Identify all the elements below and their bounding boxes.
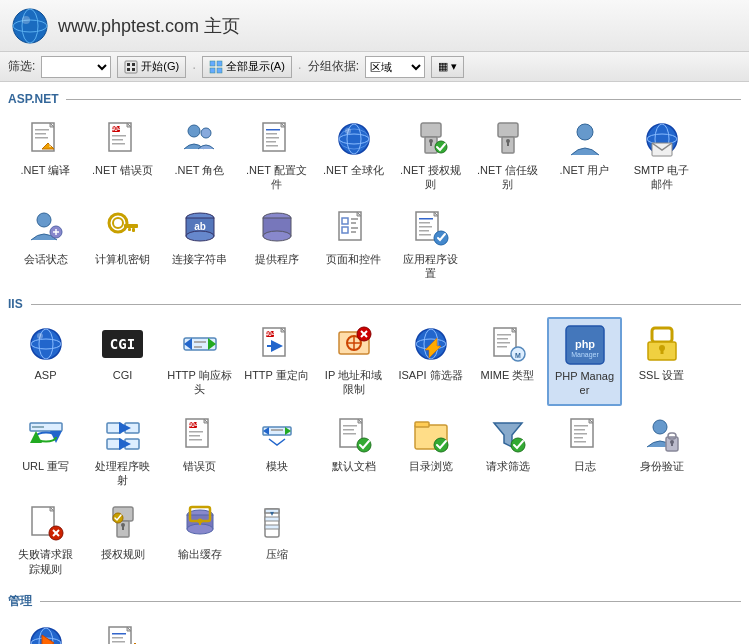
php-manager-label: PHP Manager	[553, 369, 616, 398]
net-auth-icon	[411, 119, 451, 159]
svg-rect-130	[107, 439, 121, 449]
item-mime[interactable]: M MIME 类型	[470, 317, 545, 406]
item-config-editor[interactable]: 配置编辑器	[85, 616, 160, 644]
url-rewrite-icon	[26, 415, 66, 455]
svg-rect-85	[419, 234, 431, 236]
item-net-trust[interactable]: .NET 信任级别	[470, 112, 545, 199]
item-log[interactable]: 日志	[547, 408, 622, 495]
svg-rect-12	[217, 68, 222, 73]
svg-rect-158	[574, 437, 583, 439]
svg-rect-84	[419, 230, 429, 232]
item-dir-browse[interactable]: 目录浏览	[393, 408, 468, 495]
item-provider[interactable]: 提供程序	[239, 201, 314, 288]
session-icon	[26, 208, 66, 248]
item-net-role[interactable]: .NET 角色	[162, 112, 237, 199]
item-conn-string[interactable]: ab 连接字符串	[162, 201, 237, 288]
svg-rect-31	[266, 129, 280, 131]
output-cache-icon	[180, 503, 220, 543]
svg-rect-24	[112, 135, 126, 137]
item-app-settings[interactable]: 应用程序设置	[393, 201, 468, 288]
toolbar: 筛选: 开始(G) · 全部显示(A) · 分组依据: 区域 ▦▾	[0, 52, 749, 82]
isapi-label: ISAPI 筛选器	[398, 368, 462, 382]
svg-rect-192	[112, 633, 126, 635]
item-fail-req[interactable]: 失败请求跟踪规则	[8, 496, 83, 583]
section-manage-line	[40, 601, 741, 602]
item-auth[interactable]: 身份验证	[624, 408, 699, 495]
svg-rect-138	[189, 439, 202, 441]
provider-label: 提供程序	[255, 252, 299, 266]
item-net-compile[interactable]: ! .NET 编译	[8, 112, 83, 199]
svg-rect-7	[127, 68, 130, 71]
separator: ·	[192, 59, 196, 75]
item-net-global[interactable]: .NET 全球化	[316, 112, 391, 199]
item-handler-map[interactable]: 处理程序映射	[85, 408, 160, 495]
aspnet-grid: ! .NET 编译 404 .NET 错误页	[8, 108, 741, 291]
http-response-icon	[180, 324, 220, 364]
svg-point-55	[37, 213, 51, 227]
svg-rect-113	[497, 334, 511, 336]
view-toggle-button[interactable]: ▦▾	[431, 56, 464, 78]
cgi-label: CGI	[113, 368, 133, 382]
svg-text:php: php	[574, 338, 594, 350]
compress-icon: ▾	[257, 503, 297, 543]
svg-rect-41	[421, 123, 441, 137]
show-all-button[interactable]: 全部显示(A)	[202, 56, 292, 78]
svg-rect-77	[351, 227, 358, 229]
item-net-user[interactable]: .NET 用户	[547, 112, 622, 199]
item-default-doc[interactable]: 默认文档	[316, 408, 391, 495]
item-smtp[interactable]: SMTP 电子邮件	[624, 112, 699, 199]
item-net-error[interactable]: 404 .NET 错误页	[85, 112, 160, 199]
item-ip-domain[interactable]: IP 地址和域限制	[316, 317, 391, 406]
cgi-icon: CGI	[103, 324, 143, 364]
svg-rect-94	[194, 341, 206, 343]
item-http-response[interactable]: HTTP 响应标头	[162, 317, 237, 406]
item-modules[interactable]: 模块	[239, 408, 314, 495]
svg-rect-76	[351, 222, 356, 224]
item-compress[interactable]: ▾ 压缩	[239, 496, 314, 583]
svg-rect-127	[32, 426, 44, 428]
svg-rect-157	[574, 433, 587, 435]
svg-point-27	[188, 125, 200, 137]
mime-icon: M	[488, 324, 528, 364]
item-cgi[interactable]: CGI CGI	[85, 317, 160, 406]
fail-req-label: 失败请求跟踪规则	[13, 547, 78, 576]
item-isapi[interactable]: ISAPI 筛选器	[393, 317, 468, 406]
svg-rect-136	[189, 431, 203, 433]
request-filter-icon	[488, 415, 528, 455]
item-request-filter[interactable]: 请求筛选	[470, 408, 545, 495]
item-page-control[interactable]: 页面和控件	[316, 201, 391, 288]
start-button[interactable]: 开始(G)	[117, 56, 186, 78]
item-machine-key[interactable]: 计算机密钥	[85, 201, 160, 288]
item-session[interactable]: 会话状态	[8, 201, 83, 288]
svg-rect-129	[125, 423, 139, 433]
item-web-deploy[interactable]: Web 平台安装程序	[8, 616, 83, 644]
svg-point-50	[577, 124, 593, 140]
item-http-redirect[interactable]: 404 HTTP 重定向	[239, 317, 314, 406]
item-net-auth[interactable]: .NET 授权规则	[393, 112, 468, 199]
svg-rect-180	[199, 521, 201, 525]
svg-rect-128	[107, 423, 121, 433]
svg-rect-62	[132, 228, 135, 232]
item-ssl[interactable]: SSL 设置	[624, 317, 699, 406]
item-auth-rules[interactable]: 授权规则	[85, 496, 160, 583]
item-asp[interactable]: ASP	[8, 317, 83, 406]
item-url-rewrite[interactable]: URL 重写	[8, 408, 83, 495]
svg-rect-116	[497, 346, 507, 348]
net-error-icon: 404	[103, 119, 143, 159]
item-php-manager[interactable]: php Manager PHP Manager	[547, 317, 622, 406]
app-settings-icon	[411, 208, 451, 248]
ip-domain-icon	[334, 324, 374, 364]
section-iis-label: IIS	[8, 297, 23, 311]
svg-rect-83	[419, 226, 432, 228]
svg-rect-114	[497, 338, 508, 340]
svg-text:ab: ab	[194, 221, 206, 232]
net-user-label: .NET 用户	[560, 163, 610, 177]
svg-point-66	[186, 231, 214, 241]
item-output-cache[interactable]: 输出缓存	[162, 496, 237, 583]
item-net-config[interactable]: .NET 配置文件	[239, 112, 314, 199]
item-error-page[interactable]: 404 错误页	[162, 408, 237, 495]
filter-select[interactable]	[41, 56, 111, 78]
group-select[interactable]: 区域	[365, 56, 425, 78]
svg-rect-34	[266, 141, 276, 143]
globe-icon	[12, 8, 48, 44]
